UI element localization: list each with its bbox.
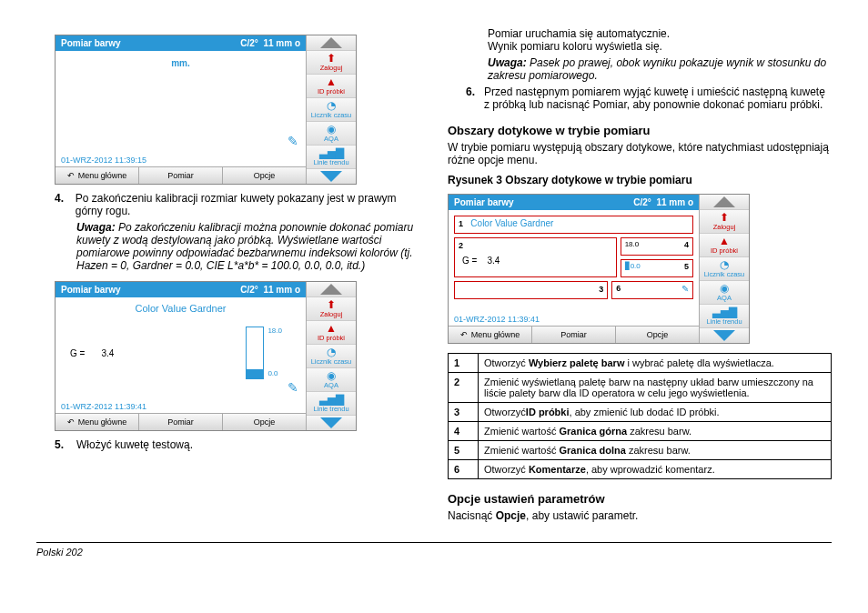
step-list: 4. Po zakończeniu kalibracji rozmiar kuw… — [36, 192, 420, 217]
scroll-down-button[interactable] — [700, 328, 749, 343]
g-value: 3.4 — [101, 348, 114, 358]
edit-icon[interactable]: ✎ — [288, 134, 298, 148]
device-date: 01-WRZ-2012 11:39:15 — [56, 154, 306, 166]
aqa-button[interactable]: ◉AQA — [700, 281, 749, 305]
arrow-down-icon — [320, 171, 342, 182]
section-desc: W trybie pomiaru występują obszary dotyk… — [448, 141, 832, 166]
trend-icon: ▃▅▇ — [319, 147, 344, 158]
step-number: 5. — [55, 438, 67, 451]
login-button[interactable]: ⬆Zaloguj — [307, 51, 356, 75]
page-columns: Pomiar barwy C/2° 11 mm o mm. ✎ 01-WRZ-2… — [36, 27, 832, 528]
gauge — [246, 327, 264, 379]
aqa-button[interactable]: ◉AQA — [307, 368, 356, 392]
paragraph: Pomiar uruchamia się automatycznie. — [488, 27, 832, 40]
options-button[interactable]: Opcje — [223, 167, 306, 184]
measure-button[interactable]: Pomiar — [139, 414, 223, 430]
device-title: Pomiar barwy — [61, 38, 121, 48]
legend-row: 3OtworzyćID próbki, aby zmienić lub doda… — [449, 403, 832, 422]
legend-row: 4Zmienić wartość Granica górna zakresu b… — [449, 422, 832, 441]
options-button[interactable]: Opcje — [616, 327, 699, 343]
scroll-down-button[interactable] — [307, 169, 356, 184]
edit-icon[interactable]: ✎ — [288, 380, 298, 395]
legend-row: 5Zmienić wartość Granica dolna zakresu b… — [449, 441, 832, 460]
step-number: 6. — [466, 85, 475, 111]
step-text: Po zakończeniu kalibracji rozmiar kuwety… — [76, 192, 420, 217]
login-button[interactable]: ⬆Zaloguj — [307, 297, 356, 321]
measure-button[interactable]: Pomiar — [139, 167, 223, 184]
login-button[interactable]: ⬆Zaloguj — [700, 210, 749, 234]
flask-icon: ▲ — [326, 76, 337, 87]
scroll-up-button[interactable] — [307, 282, 356, 297]
mm-label: mm. — [61, 56, 300, 68]
device-header: Pomiar barwy C/2° 11 mm o — [449, 195, 699, 210]
step-text: Włożyć kuwetę testową. — [76, 438, 193, 451]
figure-caption: Rysunek 3 Obszary dotykowe w trybie pomi… — [448, 174, 832, 186]
main-menu-button[interactable]: ↶Menu główne — [449, 327, 532, 343]
trend-lines-button[interactable]: ▃▅▇Linie trendu — [307, 146, 356, 169]
timer-icon: ◔ — [327, 100, 336, 111]
trend-lines-button[interactable]: ▃▅▇Linie trendu — [307, 392, 356, 416]
trend-lines-button[interactable]: ▃▅▇Linie trendu — [700, 305, 749, 328]
g-label: G = — [70, 348, 85, 358]
aqa-icon: ◉ — [327, 124, 336, 135]
scroll-down-button[interactable] — [307, 416, 356, 430]
touch-area-1[interactable]: 1 Color Value Gardner — [454, 216, 693, 234]
right-column: Pomiar uruchamia się automatycznie. Wyni… — [448, 27, 832, 528]
main-menu-button[interactable]: ↶Menu główne — [56, 414, 139, 430]
arrow-up-icon — [320, 37, 342, 48]
touch-legend-table: 1Otworzyć Wybierz paletę barw i wybrać p… — [448, 353, 832, 479]
sample-id-button[interactable]: ▲ID próbki — [700, 234, 749, 257]
scroll-up-button[interactable] — [700, 195, 749, 210]
note-label: Uwaga: — [488, 56, 527, 69]
device-header: Pomiar barwy C/2° 11 mm o — [56, 35, 306, 51]
device-header: Pomiar barwy C/2° 11 mm o — [56, 282, 306, 297]
page-footer: Polski 202 — [36, 542, 832, 558]
paragraph: Wynik pomiaru koloru wyświetla się. — [488, 40, 832, 53]
step-number: 4. — [55, 192, 66, 217]
aqa-button[interactable]: ◉AQA — [307, 122, 356, 146]
touch-area-5[interactable]: ▊0.05 — [621, 259, 693, 277]
device-screenshot-2: Pomiar barwy C/2° 11 mm o Color Value Ga… — [55, 281, 357, 431]
device-screenshot-1: Pomiar barwy C/2° 11 mm o mm. ✎ 01-WRZ-2… — [55, 35, 357, 185]
step-text: Przed następnym pomiarem wyjąć kuwetę i … — [484, 85, 832, 111]
touch-area-6[interactable]: 6✎ — [611, 281, 693, 299]
legend-row: 2Zmienić wyświetlaną paletę barw na nast… — [449, 373, 832, 403]
device-screenshot-3: Pomiar barwy C/2° 11 mm o 1 Color Value … — [448, 194, 750, 344]
color-value-title: Color Value Gardner — [61, 303, 300, 317]
step-list: 5. Włożyć kuwetę testową. — [36, 438, 420, 451]
legend-row: 1Otworzyć Wybierz paletę barw i wybrać p… — [449, 354, 832, 373]
touch-area-4[interactable]: 18.04 — [621, 237, 693, 256]
timer-button[interactable]: ◔Licznik czasu — [307, 98, 356, 122]
touch-area-2[interactable]: 2 G = 3.4 — [454, 237, 617, 277]
scroll-up-button[interactable] — [307, 35, 356, 51]
sample-id-button[interactable]: ▲ID próbki — [307, 75, 356, 98]
note-block: Uwaga: Po zakończeniu kalibracji można p… — [36, 221, 420, 272]
touch-area-3[interactable]: 3 — [454, 281, 608, 299]
legend-row: 6Otworzyć Komentarze, aby wprowadzić kom… — [449, 460, 832, 479]
device-date: 01-WRZ-2012 11:39:41 — [449, 313, 699, 326]
measure-button[interactable]: Pomiar — [532, 327, 616, 343]
main-menu-button[interactable]: ↶Menu główne — [56, 167, 139, 184]
device-side-panel: ⬆Zaloguj ▲ID próbki ◔Licznik czasu ◉AQA … — [306, 35, 356, 184]
sample-id-button[interactable]: ▲ID próbki — [307, 321, 356, 345]
options-button[interactable]: Opcje — [223, 414, 306, 430]
section-desc: Nacisnąć Opcje, aby ustawić parametr. — [448, 509, 832, 522]
timer-button[interactable]: ◔Licznik czasu — [307, 345, 356, 368]
section-heading: Obszary dotykowe w trybie pomiaru — [448, 124, 832, 137]
left-column: Pomiar barwy C/2° 11 mm o mm. ✎ 01-WRZ-2… — [36, 27, 420, 528]
section-heading: Opcje ustawień parametrów — [448, 492, 832, 506]
device-date: 01-WRZ-2012 11:39:41 — [56, 400, 306, 413]
login-icon: ⬆ — [327, 53, 336, 64]
note-label: Uwaga: — [76, 221, 116, 234]
timer-button[interactable]: ◔Licznik czasu — [700, 257, 749, 281]
